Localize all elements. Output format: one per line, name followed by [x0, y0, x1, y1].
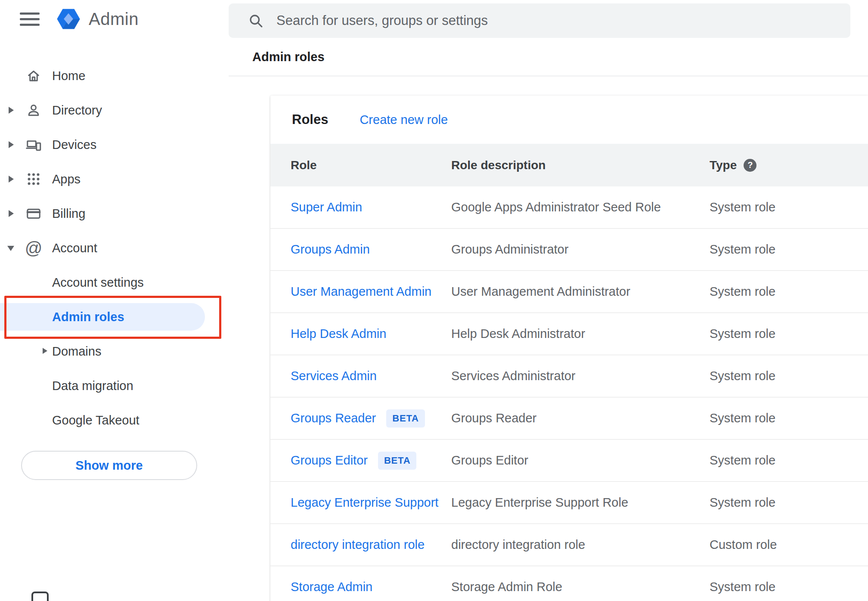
table-row: Legacy Enterprise Support Legacy Enterpr… [270, 482, 868, 524]
role-cell: Help Desk Admin [270, 327, 451, 341]
table-row: Groups Editor BETA Groups Editor System … [270, 440, 868, 482]
role-type: System role [710, 369, 868, 383]
roles-table-body: Super Admin Google Apps Administrator Se… [270, 186, 868, 601]
show-more-button[interactable]: Show more [21, 451, 197, 480]
sidebar: Admin Home Directory [0, 0, 229, 601]
role-cell: Legacy Enterprise Support [270, 496, 451, 510]
sidebar-nav: Home Directory Devices [0, 59, 229, 480]
sidebar-item-devices[interactable]: Devices [0, 127, 229, 162]
roles-card: Roles Create new role Role Role descript… [270, 96, 868, 601]
role-link[interactable]: Groups Admin [291, 242, 370, 257]
role-type: System role [710, 285, 868, 299]
role-link[interactable]: User Management Admin [291, 285, 431, 299]
role-description: directory integration role [451, 538, 710, 552]
sidebar-item-label: Data migration [0, 379, 133, 393]
create-new-role-link[interactable]: Create new role [360, 113, 448, 127]
page-title: Roles [292, 112, 328, 127]
role-description: Services Administrator [451, 369, 710, 383]
role-type: Custom role [710, 538, 868, 552]
table-row: Super Admin Google Apps Administrator Se… [270, 186, 868, 229]
role-type: System role [710, 327, 868, 341]
sidebar-item-account-settings[interactable]: Account settings [0, 265, 229, 300]
sidebar-item-label: Domains [0, 344, 101, 359]
hamburger-menu-icon[interactable] [20, 12, 40, 26]
main-content: Admin roles Roles Create new role Role R… [229, 0, 868, 601]
column-header-type: Type ? [710, 158, 868, 172]
sidebar-item-billing[interactable]: Billing [0, 196, 229, 231]
role-cell: User Management Admin [270, 285, 451, 299]
help-icon[interactable]: ? [744, 159, 756, 172]
role-description: Help Desk Administrator [451, 327, 710, 341]
role-cell: Services Admin [270, 369, 451, 383]
role-description: Groups Editor [451, 453, 710, 468]
role-cell: Groups Reader BETA [270, 409, 451, 428]
role-type: System role [710, 242, 868, 257]
role-link[interactable]: Services Admin [291, 369, 377, 383]
table-row: Services Admin Services Administrator Sy… [270, 355, 868, 397]
brand-row: Admin [0, 0, 229, 38]
role-link[interactable]: Groups Reader [291, 411, 376, 425]
table-row: Groups Reader BETA Groups Reader System … [270, 397, 868, 440]
sidebar-item-apps[interactable]: Apps [0, 162, 229, 196]
sidebar-item-label: Google Takeout [0, 413, 140, 428]
role-type: System role [710, 200, 868, 214]
role-cell: Groups Editor BETA [270, 452, 451, 470]
sidebar-item-admin-roles[interactable]: Admin roles [0, 300, 229, 334]
role-type: System role [710, 580, 868, 594]
role-cell: directory integration role [270, 538, 451, 552]
role-description: Groups Reader [451, 411, 710, 425]
search-bar[interactable] [229, 3, 850, 38]
role-description: Google Apps Administrator Seed Role [451, 200, 710, 214]
sidebar-item-domains[interactable]: Domains [0, 334, 229, 369]
role-link[interactable]: directory integration role [291, 538, 425, 552]
role-description: Legacy Enterprise Support Role [451, 496, 710, 510]
role-cell: Storage Admin [270, 580, 451, 594]
table-row: directory integration role directory int… [270, 524, 868, 566]
sidebar-item-account[interactable]: @ Account [0, 231, 229, 265]
breadcrumb: Admin roles [252, 50, 325, 64]
role-description: Storage Admin Role [451, 580, 710, 594]
role-description: Groups Administrator [451, 242, 710, 257]
search-icon [248, 13, 264, 28]
sidebar-item-directory[interactable]: Directory [0, 93, 229, 127]
sidebar-item-google-takeout[interactable]: Google Takeout [0, 403, 229, 437]
admin-logo-icon [56, 6, 81, 31]
sidebar-item-label: Apps [0, 172, 81, 186]
role-type: System role [710, 453, 868, 468]
sidebar-item-home[interactable]: Home [0, 59, 229, 93]
role-link[interactable]: Super Admin [291, 200, 362, 214]
sidebar-item-label: Home [0, 69, 85, 83]
sidebar-item-label: Account [0, 241, 97, 255]
table-row: Storage Admin Storage Admin Role System … [270, 566, 868, 601]
beta-badge: BETA [378, 452, 416, 470]
column-header-type-label: Type [710, 158, 737, 172]
column-header-role: Role [270, 158, 451, 172]
bottom-left-cutoff-icon[interactable] [31, 592, 49, 601]
table-header-row: Role Role description Type ? [270, 144, 868, 186]
sidebar-item-label: Account settings [0, 276, 144, 290]
role-link[interactable]: Groups Editor [291, 453, 368, 468]
role-type: System role [710, 496, 868, 510]
app-title: Admin [89, 9, 139, 29]
table-row: User Management Admin User Management Ad… [270, 271, 868, 313]
breadcrumb-row: Admin roles [229, 38, 868, 76]
table-row: Help Desk Admin Help Desk Administrator … [270, 313, 868, 355]
sidebar-item-data-migration[interactable]: Data migration [0, 369, 229, 403]
sidebar-item-label: Directory [0, 103, 102, 118]
roles-card-header: Roles Create new role [270, 96, 868, 144]
sidebar-item-label: Devices [0, 138, 96, 152]
role-type: System role [710, 411, 868, 425]
role-link[interactable]: Help Desk Admin [291, 327, 386, 341]
column-header-description: Role description [451, 158, 710, 172]
search-input[interactable] [276, 12, 837, 29]
role-cell: Super Admin [270, 200, 451, 214]
sidebar-item-label: Billing [0, 207, 85, 221]
sidebar-item-label: Admin roles [0, 310, 124, 324]
role-cell: Groups Admin [270, 242, 451, 257]
beta-badge: BETA [386, 409, 425, 428]
role-link[interactable]: Storage Admin [291, 580, 372, 594]
role-description: User Management Administrator [451, 285, 710, 299]
role-link[interactable]: Legacy Enterprise Support [291, 496, 438, 510]
table-row: Groups Admin Groups Administrator System… [270, 229, 868, 271]
